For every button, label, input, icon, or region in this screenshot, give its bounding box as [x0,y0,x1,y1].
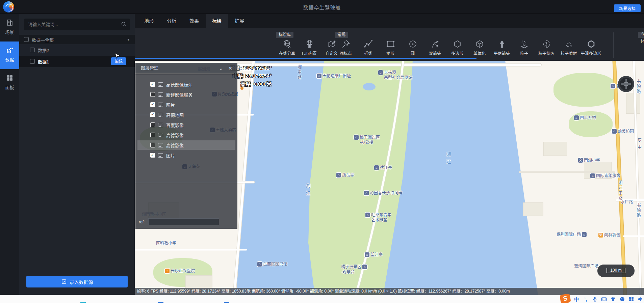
search-box [24,19,130,30]
layer-row[interactable]: 高德地图 [137,110,235,119]
tool-平尾箭头[interactable]: 平尾箭头 [491,39,513,59]
tool-模型[interactable]: 模型 [638,39,644,59]
tree-item-checkbox[interactable] [30,48,35,52]
tree-root-row[interactable]: 数据—全部 ▾ [19,35,135,44]
layer-row[interactable]: 高德影像 [137,140,235,150]
toolbar-group: 在线分享Lab内置自定义 [276,39,343,59]
map-label: ⌂颐美沁园 [612,129,634,134]
tab-扩展[interactable]: 扩展 [228,14,251,28]
speaker-icon[interactable] [637,296,643,302]
chevron-down-icon[interactable]: ▾ [127,37,129,42]
tab-标绘[interactable]: 标绘 [206,14,228,28]
tree-item-checkbox[interactable] [30,59,35,64]
left-nav: 场景数据面板 [0,14,19,295]
layer-checkbox[interactable] [150,153,155,158]
import-datasource-button[interactable]: 录入数据源 [26,276,128,287]
map-label-text: 南湖小学 [584,158,600,163]
layer-label: 图片 [166,152,175,159]
map-label-text: 国际青年旅舍 [596,173,620,178]
sidebar-item-数据[interactable]: 数据 [0,42,19,69]
map-label-text: 四羊方樽 [580,115,596,120]
layer-row[interactable]: 高德影像标注 [137,80,235,89]
tool-label: 折线 [364,51,372,56]
landmark-poi-icon: ⌂ [374,165,379,170]
keyboard-icon[interactable] [601,296,607,302]
tool-平滑多边形[interactable]: 平滑多边形 [580,39,602,59]
tab-效果[interactable]: 效果 [183,14,205,28]
layer-checkbox[interactable] [150,102,155,107]
map-label: ⌂天伦造纸厂旧址 [317,74,351,79]
residence-poi-icon: ⌂ [612,129,617,134]
tool-label: 平滑多边形 [581,51,601,56]
ref-input[interactable] [148,218,219,225]
sidebar-item-label: 场景 [0,29,19,35]
sidebar-item-场景[interactable]: 场景 [0,14,19,42]
layer-dialog-body: 高德影像标注新建影像服务图片高德地图百度影像高德影像高德影像图片 ref: [135,74,237,229]
layer-checkbox[interactable] [150,133,155,137]
tool-label: 单体化 [473,51,486,56]
lang-zh-icon[interactable]: 中 [573,296,579,302]
sidebar-item-面板[interactable]: 面板 [0,69,19,97]
toolbar-group: 模型立面贴图 [638,39,644,59]
layer-checkbox[interactable] [150,143,155,147]
landmark-poi-icon: ⌂ [365,213,370,217]
punctuation-icon[interactable]: ’, [583,296,589,302]
tool-Lab内置[interactable]: Lab内置 [298,39,320,59]
robot-icon[interactable] [619,296,625,302]
image-layer-icon [158,143,163,147]
tool-在线分享[interactable]: 在线分享 [276,39,298,59]
sogou-logo-icon[interactable]: S [560,294,571,303]
tool-粒子烟火[interactable]: 粒子烟火 [535,39,558,59]
map-label-text: 湘江 [305,183,311,198]
tool-图标点[interactable]: 图标点 [335,39,357,59]
search-icon[interactable] [121,21,127,27]
map-label: 蓝湾国际广场 [574,264,598,269]
food-poi-icon: Ψ [598,233,603,238]
tool-矩形[interactable]: 矩形 [379,39,402,59]
tool-圆[interactable]: 圆 [402,39,424,59]
collapse-icon[interactable]: ⌄ [216,63,225,74]
tree-root-checkbox[interactable] [24,37,29,42]
map-label: ⌂揽岳亭 [336,173,354,178]
hospital-poi-icon: + [165,269,170,273]
layer-manager-dialog: 图层管理 ⌄ ✕ 高德影像标注新建影像服务图片高德地图百度影像高德影像高德影像图… [135,63,237,229]
tool-双箭头[interactable]: 双箭头 [424,39,446,59]
map-label-text: 蓝湾国际广场 [574,264,598,269]
layer-checkbox[interactable] [150,82,155,87]
tool-粒子[interactable]: 粒子 [513,39,535,59]
tool-单体化[interactable]: 单体化 [468,39,491,59]
layer-checkbox[interactable] [150,92,155,97]
toolbox-icon[interactable] [628,296,634,302]
tool-折线[interactable]: 折线 [357,39,379,59]
layer-checkbox[interactable] [150,122,155,127]
layer-row[interactable]: 图片 [137,100,235,109]
map-label: 湘江中路 [617,181,622,201]
image-layer-icon [158,153,163,158]
search-input[interactable] [28,19,116,30]
layer-row[interactable]: 图片 [137,150,235,160]
skin-icon[interactable] [610,296,616,302]
layer-dialog-header[interactable]: 图层管理 ⌄ ✕ [135,63,237,74]
layer-row[interactable]: 新建影像服务 [137,90,235,99]
map-label-text: 湘江中路 [617,181,622,201]
toolbar-scroll-indicator[interactable] [135,58,476,59]
layer-row[interactable]: 高德影像 [137,130,235,140]
circle-icon [402,39,424,49]
tab-分析[interactable]: 分析 [160,14,183,28]
layer-row[interactable]: 百度影像 [137,120,235,130]
map-label: 中 [638,145,642,150]
map-label: ⌂长株潭两型社会展览馆 [378,70,412,80]
close-icon[interactable]: ✕ [226,63,235,74]
polygon-icon [446,39,468,49]
tool-多边形[interactable]: 多边形 [446,39,468,59]
mic-icon[interactable] [592,296,598,302]
scene-select-button[interactable]: 场景选择 [614,4,641,12]
map-label-text: 天伦造纸厂旧址 [323,74,351,79]
map-label: ⌂四羊方樽 [574,115,596,120]
tab-地形[interactable]: 地形 [138,14,160,28]
tool-粒子喷射[interactable]: 粒子喷射 [558,39,580,59]
compass-control[interactable] [618,76,634,92]
layer-checkbox[interactable] [150,112,155,117]
map-label: 书院路 [636,79,641,94]
map-label-text: 书院路 [636,203,641,218]
